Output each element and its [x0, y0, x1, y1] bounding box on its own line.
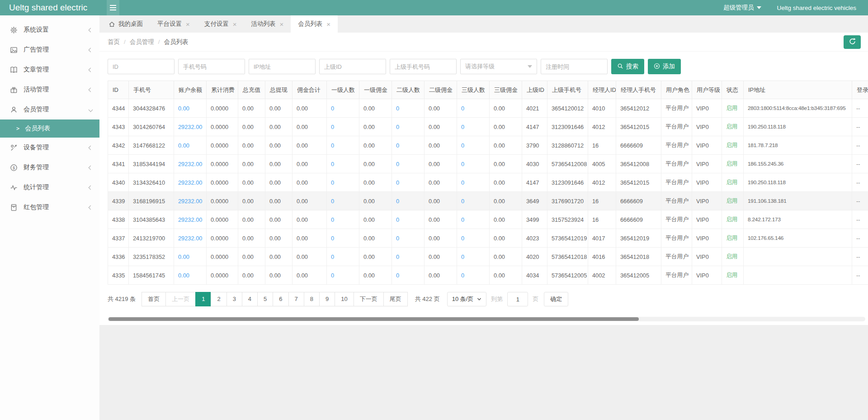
sidebar-item-会员管理[interactable]: 会员管理	[0, 100, 99, 119]
filter-input-注册时间[interactable]	[541, 59, 608, 74]
sidebar-item-文章管理[interactable]: 文章管理	[0, 60, 99, 80]
cell-balance[interactable]: 29232.00	[174, 118, 207, 136]
search-button[interactable]: 搜索	[611, 59, 644, 74]
tab-我的桌面[interactable]: 我的桌面	[101, 15, 150, 33]
page-button-8[interactable]: 8	[304, 292, 320, 306]
close-icon[interactable]: ×	[326, 21, 330, 28]
cell-status[interactable]: 启用	[722, 99, 744, 118]
cell-l1_count[interactable]: 0	[327, 229, 359, 248]
cell-l2_count[interactable]: 0	[392, 173, 425, 192]
page-button-4[interactable]: 4	[242, 292, 258, 306]
cell-l3_count[interactable]: 0	[457, 229, 490, 248]
filter-input-上级ID[interactable]	[319, 59, 386, 74]
filter-input-IP地址[interactable]	[249, 59, 316, 74]
cell-l1_count[interactable]: 0	[327, 210, 359, 229]
cell-balance[interactable]: 29232.00	[174, 173, 207, 192]
sidebar-subitem-会员列表[interactable]: >会员列表	[0, 119, 99, 138]
cell-l2_count[interactable]: 0	[392, 266, 425, 285]
confirm-button[interactable]: 确定	[544, 292, 568, 306]
cell-l1_count[interactable]: 0	[327, 118, 359, 136]
cell-status[interactable]: 启用	[722, 118, 744, 136]
cell-l3_count[interactable]: 0	[457, 192, 490, 210]
cell-l2_count[interactable]: 0	[392, 210, 425, 229]
cell-l2_count[interactable]: 0	[392, 248, 425, 266]
cell-status[interactable]: 启用	[722, 155, 744, 173]
cell-l1_count[interactable]: 0	[327, 99, 359, 118]
close-icon[interactable]: ×	[186, 21, 190, 28]
tab-活动列表[interactable]: 活动列表×	[244, 15, 291, 33]
page-button-9[interactable]: 9	[319, 292, 335, 306]
sidebar-item-活动管理[interactable]: 活动管理	[0, 80, 99, 100]
sidebar-item-系统设置[interactable]: 系统设置	[0, 20, 99, 40]
cell-l2_count[interactable]: 0	[392, 192, 425, 210]
cell-balance[interactable]: 29232.00	[174, 192, 207, 210]
cell-balance[interactable]: 29232.00	[174, 155, 207, 173]
cell-l3_count[interactable]: 0	[457, 173, 490, 192]
cell-status[interactable]: 启用	[722, 192, 744, 210]
cell-l3_count[interactable]: 0	[457, 136, 490, 155]
cell-l2_count[interactable]: 0	[392, 118, 425, 136]
cell-status[interactable]: 启用	[722, 173, 744, 192]
scrollbar-thumb[interactable]	[108, 317, 639, 321]
cell-balance[interactable]: 0.00	[174, 266, 207, 285]
page-button-10[interactable]: 10	[335, 292, 354, 306]
cell-status[interactable]: 启用	[722, 229, 744, 248]
sidebar-item-设备管理[interactable]: 设备管理	[0, 138, 99, 158]
cell-status[interactable]: 启用	[722, 210, 744, 229]
page-button-6[interactable]: 6	[273, 292, 288, 306]
sidebar-item-广告管理[interactable]: 广告管理	[0, 40, 99, 60]
last-page-button[interactable]: 尾页	[383, 292, 408, 306]
filter-input-手机号码[interactable]	[178, 59, 245, 74]
cell-l1_count[interactable]: 0	[327, 192, 359, 210]
tab-会员列表[interactable]: 会员列表×	[291, 15, 338, 33]
cell-l3_count[interactable]: 0	[457, 99, 490, 118]
cell-l1_count[interactable]: 0	[327, 136, 359, 155]
next-page-button[interactable]: 下一页	[354, 292, 384, 306]
sidebar-item-统计管理[interactable]: 统计管理	[0, 177, 99, 197]
page-button-1[interactable]: 1	[195, 292, 211, 306]
cell-l2_count[interactable]: 0	[392, 229, 425, 248]
filter-input-ID[interactable]	[108, 59, 175, 74]
refresh-button[interactable]	[844, 35, 861, 49]
cell-l3_count[interactable]: 0	[457, 266, 490, 285]
cell-l2_count[interactable]: 0	[392, 99, 425, 118]
cell-l1_count[interactable]: 0	[327, 173, 359, 192]
tab-平台设置[interactable]: 平台设置×	[150, 15, 197, 33]
cell-l3_count[interactable]: 0	[457, 210, 490, 229]
page-button-5[interactable]: 5	[257, 292, 273, 306]
cell-balance[interactable]: 0.00	[174, 248, 207, 266]
level-select[interactable]: 请选择等级	[460, 59, 537, 74]
cell-status[interactable]: 启用	[722, 136, 744, 155]
close-icon[interactable]: ×	[280, 21, 284, 28]
cell-l3_count[interactable]: 0	[457, 248, 490, 266]
cell-balance[interactable]: 0.00	[174, 99, 207, 118]
page-button-2[interactable]: 2	[211, 292, 226, 306]
sidebar-item-财务管理[interactable]: $财务管理	[0, 158, 99, 177]
goto-page-input[interactable]	[507, 292, 528, 306]
page-button-3[interactable]: 3	[226, 292, 242, 306]
filter-input-上级手机号码[interactable]	[390, 59, 457, 74]
prev-page-button[interactable]: 上一页	[165, 292, 196, 306]
cell-balance[interactable]: 29232.00	[174, 210, 207, 229]
menu-toggle-button[interactable]	[107, 0, 119, 15]
close-icon[interactable]: ×	[233, 21, 237, 28]
cell-l3_count[interactable]: 0	[457, 155, 490, 173]
add-button[interactable]: 添加	[648, 59, 681, 74]
first-page-button[interactable]: 首页	[142, 292, 166, 306]
cell-balance[interactable]: 0.00	[174, 136, 207, 155]
sidebar-item-红包管理[interactable]: 红包管理	[0, 197, 99, 217]
horizontal-scrollbar[interactable]	[108, 317, 865, 321]
page-button-7[interactable]: 7	[288, 292, 304, 306]
cell-l1_count[interactable]: 0	[327, 155, 359, 173]
cell-balance[interactable]: 29232.00	[174, 229, 207, 248]
cell-l3_count[interactable]: 0	[457, 118, 490, 136]
cell-l2_count[interactable]: 0	[392, 136, 425, 155]
cell-l1_count[interactable]: 0	[327, 248, 359, 266]
cell-status[interactable]: 启用	[722, 248, 744, 266]
cell-status[interactable]: 启用	[722, 266, 744, 285]
per-page-select[interactable]: 10 条/页	[447, 292, 487, 306]
cell-l2_count[interactable]: 0	[392, 155, 425, 173]
cell-l1_count[interactable]: 0	[327, 266, 359, 285]
tab-支付设置[interactable]: 支付设置×	[197, 15, 244, 33]
admin-dropdown[interactable]: 超级管理员	[723, 4, 762, 12]
